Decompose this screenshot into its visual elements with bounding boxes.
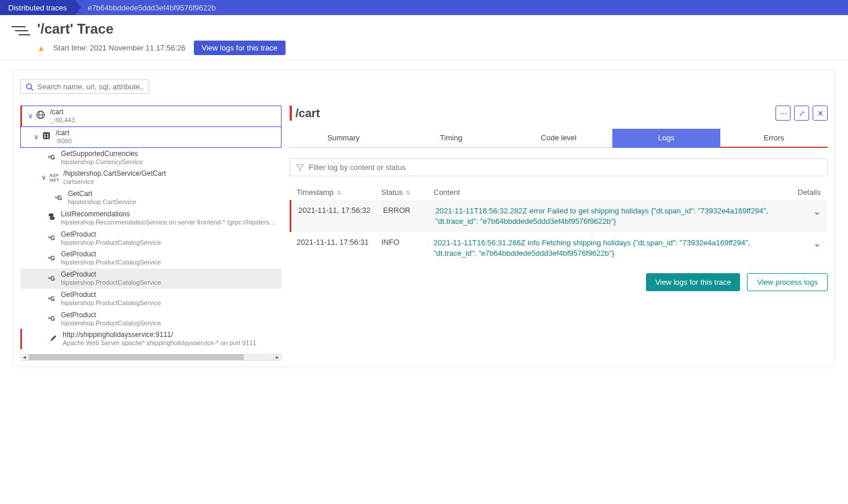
log-filter[interactable] xyxy=(290,158,828,176)
span-name: /hipstershop.CartService/GetCart xyxy=(63,169,278,178)
log-expand-button[interactable]: ⌄ xyxy=(786,238,821,249)
span-tech-icon: ᵘG xyxy=(46,254,57,263)
close-button[interactable]: ✕ xyxy=(813,106,828,121)
span-node[interactable]: ᵘGGetProducthipstershop.ProductCatalogSe… xyxy=(20,269,282,289)
col-header-status[interactable]: Status ⇅ xyxy=(381,188,434,197)
log-timestamp: 2021-11-11, 17:56:32 xyxy=(298,206,383,215)
svg-rect-9 xyxy=(44,134,46,136)
span-tech-icon xyxy=(35,110,46,122)
span-node[interactable]: ∨ASP.NET/hipstershop.CartService/GetCart… xyxy=(20,168,282,188)
svg-line-4 xyxy=(31,88,33,90)
span-node[interactable]: ᵘGGetCarthipstershop.CartService xyxy=(20,188,282,208)
span-service: hipstershop.RecommendationService on ser… xyxy=(61,219,278,227)
span-service: hipstershop.ProductCatalogService xyxy=(61,259,278,267)
span-node[interactable]: ∨/cart_:80,443 xyxy=(20,106,282,127)
log-expand-button[interactable]: ⌄ xyxy=(786,206,821,217)
span-name: /cart xyxy=(50,108,277,117)
view-process-logs-button[interactable]: View process logs xyxy=(747,273,828,291)
span-service: Apache Web Server apache* shippingholida… xyxy=(63,339,278,347)
log-content: 2021-11-11T16:56:31.266Z info Fetching s… xyxy=(434,238,786,258)
span-tech-icon: ᵘG xyxy=(46,314,57,323)
span-node[interactable]: ∨/cart:8080 xyxy=(20,127,282,148)
chevron-down-icon[interactable]: ∨ xyxy=(40,173,47,182)
more-actions-button[interactable]: ⋯ xyxy=(775,106,791,121)
span-tech-icon xyxy=(48,334,59,345)
breadcrumb: Distributed traces e7b64bbddede5ddd3ef4b… xyxy=(0,0,848,15)
log-row[interactable]: 2021-11-11, 17:56:32ERROR2021-11-11T16:5… xyxy=(290,200,828,232)
sort-icon: ⇅ xyxy=(335,190,341,196)
span-node[interactable]: ᵘGGetProducthipstershop.ProductCatalogSe… xyxy=(20,309,282,329)
view-logs-trace-button[interactable]: View logs for this trace xyxy=(646,273,741,291)
span-name: GetProduct xyxy=(61,270,278,279)
tab-summary[interactable]: Summary xyxy=(290,129,397,148)
span-name: GetProduct xyxy=(61,230,278,239)
span-tech-icon: ᵘG xyxy=(46,274,57,283)
span-service: hipstershop.ProductCatalogService xyxy=(61,239,278,247)
span-name: GetCart xyxy=(68,190,278,198)
span-service: cartservice xyxy=(63,178,278,186)
span-name: GetProduct xyxy=(61,250,278,259)
log-content: 2021-11-11T16:56:32.282Z error Failed to… xyxy=(435,206,786,226)
span-tech-icon xyxy=(46,212,57,224)
chevron-down-icon[interactable]: ∨ xyxy=(27,112,34,121)
span-node[interactable]: ᵘGGetProducthipstershop.ProductCatalogSe… xyxy=(20,289,282,309)
log-row[interactable]: 2021-11-11, 17:56:31INFO2021-11-11T16:56… xyxy=(290,232,828,264)
log-status: ERROR xyxy=(383,206,435,215)
chevron-down-icon[interactable]: ∨ xyxy=(33,133,39,142)
span-tree: ∨/cart_:80,443∨/cart:8080ᵘGGetSupportedC… xyxy=(20,106,282,361)
warning-icon: ▲ xyxy=(37,43,45,53)
detail-pane: /cart ⋯ ⤢ ✕ Summary Timing Code level Lo… xyxy=(290,106,828,361)
trace-icon xyxy=(10,24,31,37)
span-service: hipstershop.ProductCatalogService xyxy=(61,320,278,328)
search-box[interactable] xyxy=(20,79,149,94)
span-node[interactable]: ListRecommendationshipstershop.Recommend… xyxy=(20,208,282,229)
span-node[interactable]: http://shippingholidaysservice:9111/Apac… xyxy=(20,329,282,349)
tab-timing[interactable]: Timing xyxy=(397,129,504,148)
col-header-timestamp[interactable]: Timestamp ⇅ xyxy=(297,188,381,197)
span-service: hipstershop.CurrencyService xyxy=(61,158,278,166)
close-icon: ✕ xyxy=(817,109,824,118)
span-name: GetProduct xyxy=(61,291,278,299)
expand-icon: ⤢ xyxy=(799,109,805,118)
breadcrumb-root[interactable]: Distributed traces xyxy=(0,0,75,15)
expand-button[interactable]: ⤢ xyxy=(794,106,809,121)
span-name: http://shippingholidaysservice:9111/ xyxy=(63,331,278,339)
span-node[interactable]: ᵘGGetProducthipstershop.ProductCatalogSe… xyxy=(20,248,282,269)
search-input[interactable] xyxy=(34,82,144,91)
span-node[interactable]: ᵘGGetProducthipstershop.ProductCatalogSe… xyxy=(20,229,282,249)
span-node[interactable]: ᵘGGetSupportedCurrencieshipstershop.Curr… xyxy=(20,148,282,168)
sort-icon: ⇅ xyxy=(404,190,410,196)
tree-horizontal-scrollbar[interactable]: ◄ ► xyxy=(20,354,282,361)
tab-errors[interactable]: Errors xyxy=(720,129,828,148)
breadcrumb-trace-id[interactable]: e7b64bbddede5ddd3ef4bf9576f9622b xyxy=(75,0,224,15)
svg-rect-10 xyxy=(47,134,49,136)
dots-icon: ⋯ xyxy=(780,109,787,118)
tab-code-level[interactable]: Code level xyxy=(505,129,612,148)
span-name: GetProduct xyxy=(61,311,278,320)
chevron-down-icon: ⌄ xyxy=(813,238,821,248)
span-name: /cart xyxy=(56,129,277,137)
log-status: INFO xyxy=(381,238,434,246)
scroll-right-icon[interactable]: ► xyxy=(273,354,282,361)
view-logs-header-button[interactable]: View logs for this trace xyxy=(194,41,286,55)
span-service: _:80,443 xyxy=(50,117,277,125)
span-service: hipstershop.ProductCatalogService xyxy=(61,279,278,287)
search-icon xyxy=(26,83,34,91)
span-name: GetSupportedCurrencies xyxy=(61,150,278,158)
log-timestamp: 2021-11-11, 17:56:31 xyxy=(297,238,381,246)
chevron-down-icon: ⌄ xyxy=(813,206,821,216)
page-header: '/cart' Trace ▲ Start time: 2021 Novembe… xyxy=(0,15,848,60)
scroll-left-icon[interactable]: ◄ xyxy=(20,354,28,361)
log-filter-input[interactable] xyxy=(309,163,821,172)
span-service: hipstershop.CartService xyxy=(68,198,278,206)
filter-icon xyxy=(296,164,304,172)
span-tech-icon: ᵘG xyxy=(46,153,57,162)
svg-rect-8 xyxy=(43,132,50,139)
tab-logs[interactable]: Logs xyxy=(612,129,720,148)
svg-rect-12 xyxy=(47,136,49,138)
span-tech-icon: ASP.NET xyxy=(48,173,60,183)
span-service: :8080 xyxy=(56,137,277,146)
page-title: '/cart' Trace xyxy=(37,21,286,37)
detail-title: /cart xyxy=(295,107,772,120)
span-tech-icon: ᵘG xyxy=(46,234,57,242)
